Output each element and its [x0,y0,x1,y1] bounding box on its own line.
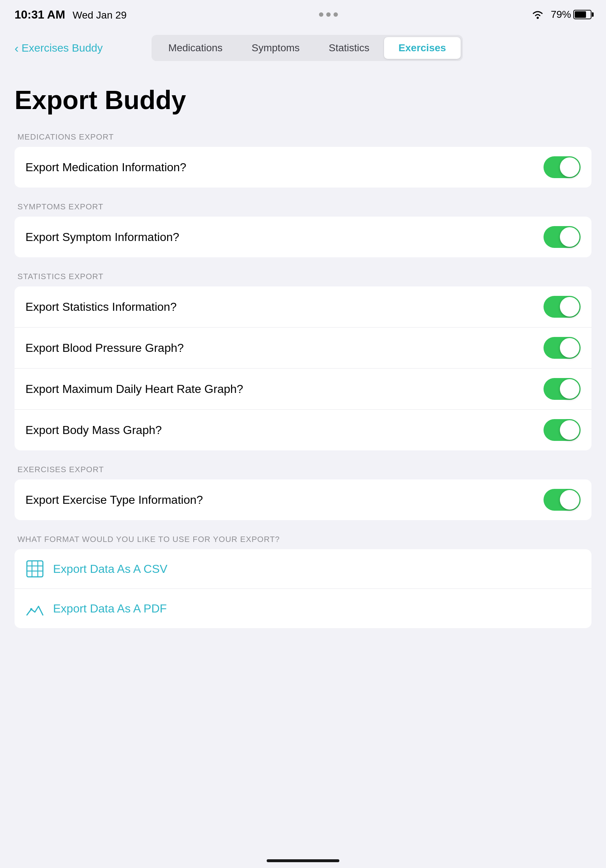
symptoms-export-section: SYMPTOMS EXPORT Export Symptom Informati… [14,202,592,257]
dot-1 [319,12,323,17]
export-medication-toggle[interactable] [544,156,581,178]
symptoms-export-label: SYMPTOMS EXPORT [14,202,592,212]
export-blood-pressure-toggle[interactable] [544,337,581,359]
back-label: Exercises Buddy [22,42,102,54]
export-exercise-toggle[interactable] [544,489,581,511]
table-row: Export Symptom Information? [14,217,592,257]
format-card: Export Data As A CSV Export Data As A PD… [14,549,592,628]
export-statistics-info-label: Export Statistics Information? [25,300,176,314]
pdf-icon [25,599,44,618]
export-heart-rate-toggle[interactable] [544,378,581,400]
symptoms-export-card: Export Symptom Information? [14,217,592,257]
toggle-thumb [560,227,580,247]
table-row: Export Body Mass Graph? [14,410,592,450]
status-time-date: 10:31 AM Wed Jan 29 [14,8,127,22]
table-row: Export Exercise Type Information? [14,479,592,520]
dot-2 [326,12,331,17]
toggle-thumb [560,157,580,177]
battery-container: 79% [551,9,592,20]
export-pdf-label: Export Data As A PDF [53,602,167,615]
csv-icon [25,560,44,578]
export-body-mass-toggle[interactable] [544,419,581,441]
exercises-export-label: EXERCISES EXPORT [14,465,592,474]
table-row: Export Maximum Daily Heart Rate Graph? [14,369,592,410]
table-row: Export Medication Information? [14,147,592,188]
wifi-icon [530,9,545,20]
toggle-thumb [560,338,580,358]
export-csv-row[interactable]: Export Data As A CSV [14,549,592,589]
battery-icon [573,10,592,19]
statistics-export-section: STATISTICS EXPORT Export Statistics Info… [14,272,592,450]
export-statistics-toggle[interactable] [544,296,581,318]
nav-bar: ‹ Exercises Buddy Medications Symptoms S… [0,29,606,67]
toggle-thumb [560,490,580,510]
battery-text: 79% [551,9,571,20]
status-dots [319,12,338,17]
export-blood-pressure-label: Export Blood Pressure Graph? [25,341,184,355]
statistics-export-label: STATISTICS EXPORT [14,272,592,281]
medications-export-card: Export Medication Information? [14,147,592,188]
svg-point-0 [536,17,539,19]
battery-fill [575,11,586,18]
tab-group: Medications Symptoms Statistics Exercise… [152,35,462,61]
home-indicator [267,859,339,862]
svg-rect-1 [27,561,43,577]
export-medication-info-label: Export Medication Information? [25,161,186,174]
exercises-export-section: EXERCISES EXPORT Export Exercise Type In… [14,465,592,520]
format-label: WHAT FORMAT WOULD YOU LIKE TO USE FOR YO… [14,535,592,544]
export-exercise-type-label: Export Exercise Type Information? [25,493,203,507]
export-heart-rate-label: Export Maximum Daily Heart Rate Graph? [25,382,243,396]
export-pdf-row[interactable]: Export Data As A PDF [14,589,592,628]
table-row: Export Statistics Information? [14,287,592,327]
export-csv-label: Export Data As A CSV [53,562,167,576]
svg-point-6 [30,608,32,610]
statistics-export-card: Export Statistics Information? Export Bl… [14,287,592,450]
status-right: 79% [530,9,592,20]
exercises-export-card: Export Exercise Type Information? [14,479,592,520]
table-row: Export Blood Pressure Graph? [14,327,592,369]
status-bar: 10:31 AM Wed Jan 29 79% [0,0,606,29]
back-button[interactable]: ‹ Exercises Buddy [14,42,103,54]
page-title: Export Buddy [14,85,592,115]
tab-medications[interactable]: Medications [154,37,237,59]
status-time: 10:31 AM [14,8,65,21]
tab-exercises[interactable]: Exercises [384,37,461,59]
export-symptom-toggle[interactable] [544,226,581,248]
toggle-thumb [560,420,580,440]
medications-export-label: MEDICATIONS EXPORT [14,132,592,142]
dot-3 [334,12,338,17]
toggle-thumb [560,379,580,399]
main-content: Export Buddy MEDICATIONS EXPORT Export M… [0,67,606,672]
tab-statistics[interactable]: Statistics [314,37,384,59]
format-section: WHAT FORMAT WOULD YOU LIKE TO USE FOR YO… [14,535,592,628]
tab-symptoms[interactable]: Symptoms [237,37,314,59]
back-chevron-icon: ‹ [14,42,19,54]
status-date: Wed Jan 29 [73,9,127,21]
toggle-thumb [560,297,580,316]
medications-export-section: MEDICATIONS EXPORT Export Medication Inf… [14,132,592,188]
export-body-mass-label: Export Body Mass Graph? [25,423,162,437]
export-symptom-info-label: Export Symptom Information? [25,231,179,244]
